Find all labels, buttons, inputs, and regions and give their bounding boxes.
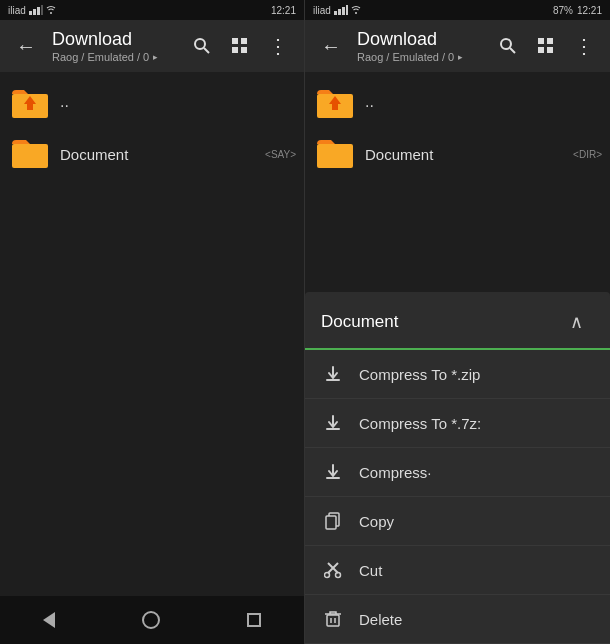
compress-menu-item[interactable]: Compress· — [305, 448, 610, 497]
left-nav-home-button[interactable] — [122, 603, 180, 637]
svg-rect-14 — [334, 11, 337, 15]
compress-zip-menu-item[interactable]: Compress To *.zip — [305, 350, 610, 399]
list-item[interactable]: Document <SAY> — [0, 128, 304, 180]
right-signal-icon — [334, 5, 348, 15]
right-grid-button[interactable] — [528, 28, 564, 64]
right-status-right: 87% 12:21 — [553, 5, 602, 16]
svg-rect-29 — [326, 428, 340, 430]
compress-7z-menu-item[interactable]: Compress To *.7z: — [305, 399, 610, 448]
svg-rect-30 — [326, 477, 340, 479]
search-icon — [193, 37, 211, 55]
delete-icon — [321, 607, 345, 631]
left-subtitle: Raog / Emulated / 0 ▸ — [52, 51, 180, 63]
svg-rect-13 — [12, 144, 48, 168]
svg-rect-9 — [232, 47, 238, 53]
context-menu: Document ∧ Compress To *.zip Compress To… — [305, 292, 610, 644]
right-grid-icon — [537, 37, 555, 55]
copy-icon — [321, 509, 345, 533]
left-nav-back-button[interactable] — [23, 604, 75, 636]
svg-point-19 — [501, 39, 511, 49]
right-carrier: iliad — [313, 5, 331, 16]
cut-svg-icon — [324, 561, 342, 579]
compress-7z-label: Compress To *.7z: — [359, 415, 481, 432]
cut-label: Cut — [359, 562, 382, 579]
list-item[interactable]: Document <DIR> — [305, 128, 610, 180]
svg-rect-3 — [41, 5, 43, 15]
svg-rect-24 — [547, 47, 553, 53]
right-up-dir-label: .. — [365, 93, 374, 111]
delete-menu-item[interactable]: Delete — [305, 595, 610, 644]
list-item[interactable]: .. — [305, 76, 610, 128]
home-nav-icon — [142, 611, 160, 629]
left-nav-recent-button[interactable] — [227, 605, 281, 635]
compress-7z-icon — [321, 411, 345, 435]
left-file-list: .. Document <SAY> — [0, 72, 304, 596]
svg-point-5 — [195, 39, 205, 49]
compress-zip-svg-icon — [324, 365, 342, 383]
right-time: 12:21 — [577, 5, 602, 16]
svg-line-6 — [204, 48, 209, 53]
svg-rect-8 — [241, 38, 247, 44]
recent-nav-icon — [247, 613, 261, 627]
svg-point-18 — [355, 12, 357, 14]
svg-point-4 — [50, 12, 52, 14]
left-toolbar: ← Download Raog / Emulated / 0 ▸ — [0, 20, 304, 72]
up-folder-icon — [12, 84, 48, 120]
svg-rect-22 — [547, 38, 553, 44]
left-more-button[interactable]: ⋮ — [260, 28, 296, 64]
right-toolbar-icons: ⋮ — [490, 28, 602, 64]
right-back-button[interactable]: ← — [313, 28, 349, 64]
right-subtitle-text: Raog / Emulated / 0 — [357, 51, 454, 63]
left-status-bar: iliad 12:21 — [0, 0, 304, 20]
left-grid-button[interactable] — [222, 28, 258, 64]
cut-icon — [321, 558, 345, 582]
left-toolbar-icons: ⋮ — [184, 28, 296, 64]
right-folder-icon — [317, 136, 353, 172]
svg-rect-0 — [29, 11, 32, 15]
right-up-folder-icon — [317, 84, 353, 120]
wifi-icon — [46, 5, 56, 15]
list-item[interactable]: .. — [0, 76, 304, 128]
left-subtitle-arrow: ▸ — [153, 52, 158, 62]
context-menu-collapse-button[interactable]: ∧ — [558, 304, 594, 340]
right-search-icon — [499, 37, 517, 55]
delete-label: Delete — [359, 611, 402, 628]
compress-7z-svg-icon — [324, 414, 342, 432]
svg-rect-10 — [241, 47, 247, 53]
right-more-button[interactable]: ⋮ — [566, 28, 602, 64]
svg-point-36 — [336, 573, 341, 578]
left-title-area: Download Raog / Emulated / 0 ▸ — [52, 29, 180, 63]
copy-label: Copy — [359, 513, 394, 530]
svg-rect-27 — [317, 144, 353, 168]
left-search-button[interactable] — [184, 28, 220, 64]
right-subtitle-arrow: ▸ — [458, 52, 463, 62]
svg-rect-17 — [346, 5, 348, 15]
left-title: Download — [52, 29, 180, 51]
svg-rect-16 — [342, 7, 345, 15]
svg-point-35 — [325, 573, 330, 578]
cut-menu-item[interactable]: Cut — [305, 546, 610, 595]
right-search-button[interactable] — [490, 28, 526, 64]
right-subtitle: Raog / Emulated / 0 ▸ — [357, 51, 486, 63]
right-status-left: iliad — [313, 5, 361, 16]
compress-zip-icon — [321, 362, 345, 386]
svg-rect-32 — [326, 516, 336, 529]
left-back-button[interactable]: ← — [8, 28, 44, 64]
copy-menu-item[interactable]: Copy — [305, 497, 610, 546]
delete-svg-icon — [324, 610, 342, 628]
left-subtitle-text: Raog / Emulated / 0 — [52, 51, 149, 63]
left-status-left: iliad — [8, 5, 56, 16]
folder-icon — [12, 136, 48, 172]
left-nav-bar — [0, 596, 304, 644]
svg-rect-15 — [338, 9, 341, 15]
battery-level: 87% — [553, 5, 573, 16]
left-carrier: iliad — [8, 5, 26, 16]
back-nav-icon — [43, 612, 55, 628]
svg-rect-1 — [33, 9, 36, 15]
up-dir-label: .. — [60, 93, 69, 111]
svg-rect-37 — [327, 615, 339, 626]
svg-rect-28 — [326, 379, 340, 381]
svg-rect-21 — [538, 38, 544, 44]
copy-svg-icon — [324, 512, 342, 530]
right-wifi-icon — [351, 5, 361, 15]
